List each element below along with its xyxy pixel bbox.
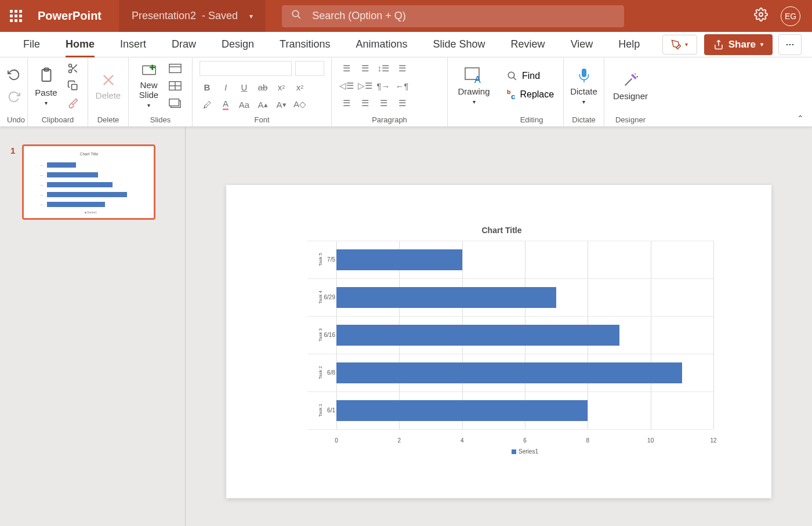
shrink-font-button[interactable]: A▾	[274, 98, 289, 111]
align-center-icon: ☰	[361, 98, 369, 108]
tab-transitions[interactable]: Transitions	[267, 32, 343, 57]
tab-design[interactable]: Design	[209, 32, 267, 57]
spacing-icon: ↕☰	[378, 63, 390, 74]
user-initials: EG	[785, 12, 796, 21]
underline-button[interactable]: U	[237, 81, 252, 93]
delete-button[interactable]: Delete	[93, 70, 123, 103]
document-title-button[interactable]: Presentation2 - Saved ▾	[119, 0, 266, 32]
format-painter-button[interactable]	[63, 95, 83, 111]
reset-button[interactable]	[165, 78, 185, 94]
new-slide-button[interactable]: New Slide ▾	[136, 60, 162, 112]
align-left-button[interactable]: ☰	[339, 97, 354, 110]
chevron-down-icon: ▾	[760, 41, 763, 48]
chart[interactable]: Chart Title 024681012Task 57/5Task 46/29…	[290, 226, 713, 463]
bullets-button[interactable]: ☰	[339, 62, 354, 75]
svg-point-2	[759, 13, 763, 16]
copy-button[interactable]	[63, 78, 83, 94]
ltr-button[interactable]: ¶→	[376, 79, 391, 92]
collapse-ribbon-button[interactable]: ⌃	[797, 114, 804, 123]
italic-button[interactable]: I	[218, 81, 233, 93]
find-button[interactable]: Find	[507, 71, 540, 81]
strikethrough-button[interactable]: ab	[255, 81, 270, 93]
tab-slideshow[interactable]: Slide Show	[420, 32, 498, 57]
line-spacing-button[interactable]: ↕☰	[376, 62, 391, 75]
thumb-bar	[47, 162, 76, 168]
settings-button[interactable]	[754, 8, 768, 25]
rtl-button[interactable]: ←¶	[394, 79, 409, 92]
tab-home[interactable]: Home	[53, 32, 107, 57]
subscript-button[interactable]: x2	[274, 81, 289, 93]
align-center-button[interactable]: ☰	[357, 97, 372, 110]
tab-insert[interactable]: Insert	[107, 32, 159, 57]
change-case-button[interactable]: Aa	[237, 98, 252, 111]
drawing-button[interactable]: A Drawing ▾	[455, 64, 492, 107]
increase-indent-button[interactable]: ▷☰	[357, 79, 372, 92]
numbering-icon: ☰	[361, 63, 369, 74]
paste-label: Paste	[35, 88, 57, 97]
clear-format-button[interactable]: A◇	[292, 98, 307, 111]
duplicate-icon	[169, 98, 182, 108]
chart-bar[interactable]	[336, 362, 682, 383]
font-color-button[interactable]: A	[218, 98, 233, 111]
chart-bar[interactable]	[336, 400, 588, 421]
group-label-editing: Editing	[507, 114, 556, 124]
copy-icon	[67, 80, 79, 92]
thumb-bar	[47, 172, 98, 177]
chevron-down-icon: ▾	[45, 100, 48, 106]
waffle-icon	[10, 10, 22, 22]
font-size-select[interactable]	[295, 61, 324, 76]
align-justify-button[interactable]: ☰	[394, 97, 409, 110]
search-input[interactable]: Search (Option + Q)	[282, 5, 624, 27]
cut-button[interactable]	[63, 60, 83, 77]
find-label: Find	[522, 71, 540, 81]
slide-canvas[interactable]: Chart Title 024681012Task 57/5Task 46/29…	[186, 127, 812, 526]
x-tick-label: 8	[586, 437, 590, 444]
svg-rect-23	[169, 99, 179, 106]
section-button[interactable]	[165, 95, 185, 111]
align-justify-icon: ☰	[398, 98, 406, 108]
redo-button[interactable]	[4, 89, 24, 105]
slide[interactable]: Chart Title 024681012Task 57/5Task 46/29…	[226, 185, 771, 498]
slide-thumbnail-1[interactable]: Chart Title ·—·—·—·—·— ■ Series1	[22, 144, 155, 220]
tab-review[interactable]: Review	[498, 32, 558, 57]
paste-button[interactable]: Paste ▾	[32, 63, 59, 108]
wand-icon	[622, 71, 639, 89]
undo-button[interactable]	[4, 67, 24, 83]
svg-point-30	[635, 73, 636, 74]
thumb-chart-title: Chart Title	[24, 152, 154, 156]
dictate-button[interactable]: Dictate ▾	[568, 64, 600, 107]
chart-bar[interactable]	[336, 325, 619, 346]
layout-icon	[169, 63, 182, 74]
grow-font-button[interactable]: A▴	[255, 98, 270, 111]
title-bar: PowerPoint Presentation2 - Saved ▾ Searc…	[0, 0, 812, 32]
group-label-slides: Slides	[136, 114, 185, 124]
tab-view[interactable]: View	[558, 32, 606, 57]
highlight-button[interactable]: 🖊	[200, 98, 215, 111]
chart-bar[interactable]	[336, 249, 462, 270]
replace-button[interactable]: ᵇc Replace	[507, 88, 554, 101]
more-options-button[interactable]: ···	[778, 34, 802, 55]
share-button[interactable]: Share ▾	[704, 34, 773, 55]
numbering-button[interactable]: ☰	[357, 62, 372, 75]
decrease-indent-button[interactable]: ◁☰	[339, 79, 354, 92]
chart-bar[interactable]	[336, 287, 556, 308]
font-family-select[interactable]	[200, 61, 292, 76]
tab-help[interactable]: Help	[606, 32, 652, 57]
app-name: PowerPoint	[32, 9, 119, 23]
tab-draw[interactable]: Draw	[159, 32, 209, 57]
tab-file[interactable]: File	[10, 32, 53, 57]
superscript-button[interactable]: x2	[292, 81, 307, 93]
tab-animations[interactable]: Animations	[343, 32, 420, 57]
bold-button[interactable]: B	[200, 81, 215, 93]
slide-thumbnail-pane[interactable]: 1 Chart Title ·—·—·—·—·— ■ Series1	[0, 127, 186, 526]
legend-swatch	[512, 449, 516, 454]
editing-mode-button[interactable]: ▾	[662, 35, 697, 55]
layout-button[interactable]	[165, 60, 185, 77]
designer-button[interactable]: Designer	[611, 69, 650, 103]
account-button[interactable]: EG	[781, 6, 800, 26]
list-indent-button[interactable]: ☰	[394, 62, 409, 75]
align-right-button[interactable]: ☰	[376, 97, 391, 110]
svg-rect-11	[71, 85, 77, 90]
svg-line-10	[71, 67, 72, 68]
app-launcher-button[interactable]	[0, 10, 32, 22]
